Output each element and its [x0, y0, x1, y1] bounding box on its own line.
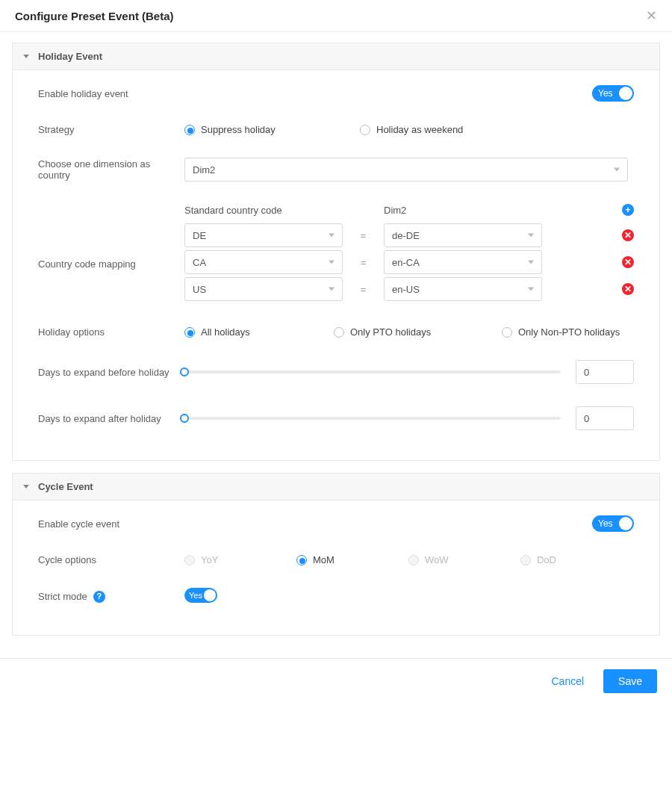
panel-cycle-event: Cycle Event Enable cycle event Yes Cycle… [12, 473, 660, 636]
expand-after-slider[interactable] [184, 417, 561, 420]
holiday-options-group: All holidays Only PTO holidays Only Non-… [184, 326, 634, 338]
cycle-dod-radio: DoD [520, 554, 632, 565]
expand-after-label: Days to expand after holiday [38, 413, 184, 424]
radio-icon [408, 555, 419, 565]
strategy-radio-group: Suppress holiday Holiday as weekend [184, 124, 634, 135]
add-mapping-icon[interactable]: + [622, 204, 634, 216]
panel-holiday-event: Holiday Event Enable holiday event Yes S… [12, 43, 660, 461]
strategy-label: Strategy [38, 124, 184, 135]
equals-icon: = [343, 230, 384, 241]
mapping-header-right: Dim2 [384, 205, 542, 216]
strategy-weekend-radio[interactable]: Holiday as weekend [360, 124, 463, 135]
enable-holiday-label: Enable holiday event [38, 88, 184, 99]
radio-icon [520, 555, 531, 565]
panel-cycle-header[interactable]: Cycle Event [13, 474, 659, 500]
radio-icon [360, 125, 370, 135]
mapping-row: DE = de-DE ✕ [184, 223, 634, 247]
radio-icon [184, 327, 195, 338]
mapping-value-select[interactable]: en-US [384, 277, 542, 301]
expand-before-slider[interactable] [184, 370, 561, 373]
slider-thumb[interactable] [180, 367, 189, 376]
remove-mapping-icon[interactable]: ✕ [622, 283, 634, 295]
mapping-code-select[interactable]: US [184, 277, 343, 301]
radio-icon [502, 327, 512, 338]
strategy-suppress-radio[interactable]: Suppress holiday [184, 124, 360, 135]
panel-holiday-header[interactable]: Holiday Event [13, 43, 659, 70]
expand-after-input[interactable] [576, 406, 634, 430]
holiday-pto-radio[interactable]: Only PTO holidays [334, 326, 502, 338]
mapping-row: CA = en-CA ✕ [184, 250, 634, 274]
radio-icon [334, 327, 344, 338]
cycle-options-group: YoY MoM WoW [184, 554, 634, 565]
cycle-options-label: Cycle options [38, 554, 184, 565]
enable-cycle-toggle[interactable]: Yes [592, 515, 634, 532]
expand-before-label: Days to expand before holiday [38, 367, 184, 378]
modal-footer: Cancel Save [0, 658, 672, 704]
slider-thumb[interactable] [180, 414, 189, 423]
chevron-down-icon [23, 485, 29, 489]
remove-mapping-icon[interactable]: ✕ [622, 256, 634, 268]
cycle-mom-radio[interactable]: MoM [296, 554, 408, 565]
holiday-options-label: Holiday options [38, 326, 184, 338]
close-icon[interactable]: ✕ [646, 9, 657, 22]
modal-title: Configure Preset Event (Beta) [15, 10, 174, 22]
modal-header: Configure Preset Event (Beta) ✕ [0, 0, 672, 32]
mapping-label: Country code mapping [38, 252, 184, 276]
dimension-select[interactable]: Dim2 [184, 158, 628, 182]
panel-holiday-title: Holiday Event [38, 51, 102, 62]
enable-holiday-toggle[interactable]: Yes [592, 85, 634, 102]
chevron-down-icon [23, 55, 29, 58]
strict-mode-label: Strict mode [38, 591, 87, 602]
expand-before-input[interactable] [576, 360, 634, 384]
mapping-header: Standard country code Dim2 + [184, 204, 634, 216]
equals-icon: = [343, 284, 384, 295]
radio-icon [184, 125, 195, 135]
panel-cycle-title: Cycle Event [38, 481, 93, 492]
mapping-code-select[interactable]: CA [184, 250, 343, 274]
cycle-wow-radio: WoW [408, 554, 520, 565]
holiday-all-radio[interactable]: All holidays [184, 326, 334, 338]
radio-icon [296, 555, 307, 565]
mapping-code-select[interactable]: DE [184, 223, 343, 247]
help-icon[interactable]: ? [93, 591, 105, 603]
dimension-label: Choose one dimension as country [38, 158, 184, 181]
save-button[interactable]: Save [603, 669, 657, 693]
strict-mode-toggle[interactable]: Yes [184, 588, 217, 603]
mapping-header-left: Standard country code [184, 205, 343, 216]
equals-icon: = [343, 257, 384, 268]
cycle-yoy-radio: YoY [184, 554, 296, 565]
mapping-value-select[interactable]: de-DE [384, 223, 542, 247]
remove-mapping-icon[interactable]: ✕ [622, 229, 634, 241]
mapping-value-select[interactable]: en-CA [384, 250, 542, 274]
mapping-row: US = en-US ✕ [184, 277, 634, 301]
cancel-button[interactable]: Cancel [547, 674, 588, 688]
configure-preset-event-modal: Configure Preset Event (Beta) ✕ Holiday … [0, 0, 672, 704]
holiday-nonpto-radio[interactable]: Only Non-PTO holidays [502, 326, 620, 338]
enable-cycle-label: Enable cycle event [38, 518, 184, 530]
radio-icon [184, 555, 195, 565]
